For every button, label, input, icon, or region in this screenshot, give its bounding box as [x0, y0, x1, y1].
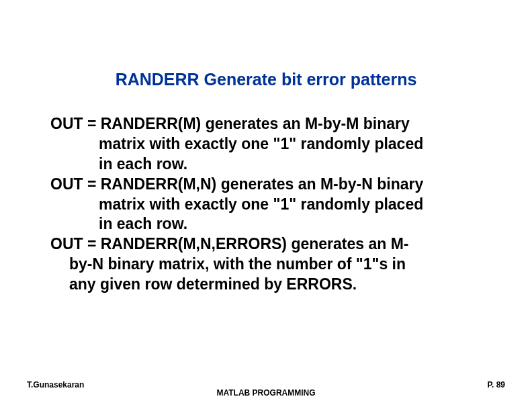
body-line: any given row determined by ERRORS.	[50, 275, 482, 295]
slide: RANDERR Generate bit error patterns OUT …	[0, 0, 532, 411]
slide-title: RANDERR Generate bit error patterns	[0, 70, 532, 89]
footer-title: MATLAB PROGRAMMING	[0, 388, 532, 398]
body-line: by-N binary matrix, with the number of "…	[50, 255, 482, 275]
body-line: in each row.	[50, 214, 482, 234]
body-line: matrix with exactly one "1" randomly pla…	[50, 134, 482, 154]
footer-page-number: P. 89	[488, 380, 505, 390]
body-line: OUT = RANDERR(M,N,ERRORS) generates an M…	[50, 234, 482, 255]
body-line: matrix with exactly one "1" randomly pla…	[50, 195, 482, 215]
body-line: OUT = RANDERR(M) generates an M-by-M bin…	[50, 114, 482, 134]
body-line: in each row.	[50, 154, 482, 175]
body-line: OUT = RANDERR(M,N) generates an M-by-N b…	[50, 175, 482, 195]
slide-body: OUT = RANDERR(M) generates an M-by-M bin…	[50, 114, 482, 295]
